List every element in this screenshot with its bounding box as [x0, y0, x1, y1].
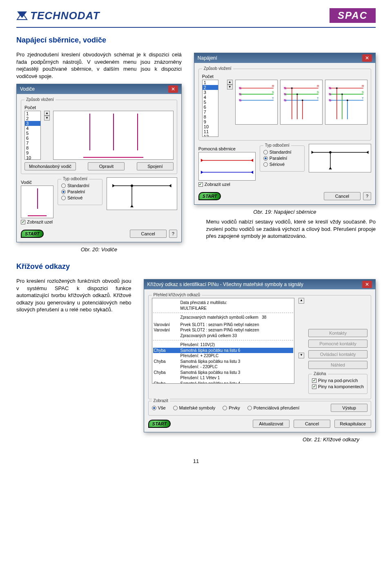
count-option[interactable]: 9: [203, 119, 218, 124]
count-option[interactable]: 2: [25, 116, 40, 121]
ovladaci-kontakty-button[interactable]: Ovládací kontakty: [308, 350, 368, 358]
spin-up-button[interactable]: ▲: [227, 80, 233, 85]
close-icon[interactable]: ✕: [362, 281, 372, 288]
count-listbox[interactable]: 123456789101112: [202, 80, 218, 137]
svg-text:R: R: [362, 84, 364, 88]
dialog-krizovy-title: Křížový odkaz s identifikací PINu - Všec…: [147, 282, 303, 287]
spin-down-button[interactable]: ▼: [44, 116, 50, 121]
count-option[interactable]: 12: [203, 134, 218, 137]
vodic-label: Vodič: [21, 180, 53, 185]
report-listbox[interactable]: Data převzatá z multilistu: MULTIFILARE …: [152, 298, 294, 384]
cancel-button[interactable]: Cancel: [294, 420, 330, 428]
scroll-up-button[interactable]: ▲: [298, 298, 304, 304]
count-option[interactable]: 6: [203, 105, 218, 110]
spin-up-button[interactable]: ▲: [44, 111, 50, 116]
show-radio-vše[interactable]: Vše: [152, 405, 166, 410]
scroll-down-button[interactable]: ▼: [298, 353, 304, 358]
para-krizove: Pro kreslení rozložených funkčních obvod…: [16, 277, 131, 313]
svg-point-34: [291, 87, 293, 89]
branch-type-label: Typ odbočení: [263, 143, 291, 148]
svg-marker-61: [251, 159, 253, 162]
svg-marker-6: [169, 184, 172, 188]
count-option[interactable]: 8: [25, 145, 40, 150]
kontakty-button[interactable]: Kontakty: [308, 329, 368, 337]
show-radio-mateřské-symboly[interactable]: Mateřské symboly: [173, 405, 216, 410]
count-option[interactable]: 4: [203, 95, 218, 100]
close-icon[interactable]: ✕: [362, 54, 372, 62]
show-radio-potenciálová-přerušení[interactable]: Potenciálová přerušení: [247, 405, 300, 410]
svg-text:S: S: [362, 90, 364, 94]
report-row[interactable]: ChybaSamotná šipka počátku na listu 3: [153, 370, 293, 376]
report-row[interactable]: ChybaSamotná šipka počátku na listu 4: [153, 381, 293, 384]
show-node-checkbox[interactable]: [21, 220, 25, 224]
count-option[interactable]: 11: [203, 129, 218, 134]
piny-komponenty-checkbox[interactable]: [312, 385, 316, 389]
edit-button[interactable]: Opravit: [88, 162, 125, 170]
start-button[interactable]: START: [148, 420, 171, 428]
radio-sériové[interactable]: Sériové: [61, 195, 99, 200]
multi-conductor-button[interactable]: Mnohonásobný vodič: [24, 162, 76, 170]
brand-icon: [16, 11, 28, 20]
aktualizovat-button[interactable]: Aktualizovat: [253, 420, 290, 428]
radio-sériové[interactable]: Sériové: [263, 162, 301, 167]
cancel-button[interactable]: Cancel: [130, 230, 167, 238]
nahled-button[interactable]: Náhled: [308, 361, 368, 369]
heading-krizove: Křížové odkazy: [16, 262, 376, 271]
count-option[interactable]: 6: [25, 136, 40, 141]
help-button[interactable]: ?: [363, 192, 371, 200]
svg-text:T: T: [362, 96, 364, 100]
svg-marker-67: [329, 167, 332, 170]
count-option[interactable]: 5: [203, 100, 218, 105]
svg-text:T: T: [272, 96, 274, 100]
radio-standardní[interactable]: Standardní: [263, 150, 301, 154]
report-row[interactable]: Přerušení: - 220PLC: [153, 364, 293, 370]
show-node-label: Zobrazit uzel: [27, 219, 53, 224]
aux-bus-preview: [198, 152, 256, 181]
count-option[interactable]: 7: [203, 110, 218, 114]
caption-obr20: Obr. 20: Vodiče: [16, 246, 182, 253]
radio-standardní[interactable]: Standardní: [61, 183, 99, 188]
group-layout-label: Způsob vložení: [202, 66, 233, 71]
count-option[interactable]: 1: [203, 80, 218, 85]
report-row[interactable]: Přerušení: 110V(2): [153, 342, 293, 348]
backup-group-label: Záloha: [312, 371, 328, 376]
pomocne-kontakty-button[interactable]: Pomocné kontakty: [308, 340, 368, 348]
spac-badge: SPAC: [330, 8, 376, 23]
radio-dot-icon: [61, 190, 66, 194]
spin-down-button[interactable]: ▼: [227, 85, 233, 89]
preview-conductors: [53, 111, 174, 160]
count-option[interactable]: 8: [203, 114, 218, 119]
count-option[interactable]: 1: [25, 111, 40, 116]
report-row[interactable]: ChybaSamotná šipka počátku na listu 3: [153, 359, 293, 365]
rekapitulace-button[interactable]: Rekapitulace: [334, 420, 371, 428]
group-overview-label: Přehled křížových odkazů: [152, 293, 202, 297]
report-row[interactable]: Přerušení: L1 Větev 1: [153, 375, 293, 381]
count-option[interactable]: 3: [25, 121, 40, 126]
start-button[interactable]: START: [198, 192, 221, 200]
count-option[interactable]: 3: [203, 90, 218, 95]
vystup-button[interactable]: Výstup: [331, 404, 368, 412]
dialog-napajeni: Napájení ✕ Způsob vložení Počet 12345678…: [194, 53, 376, 205]
count-listbox[interactable]: 123456789101112: [24, 111, 41, 160]
merge-button[interactable]: Spojení: [137, 162, 174, 170]
para-menu-vodicu: Menu vodičů nabízí sestavy vodičů, které…: [206, 218, 376, 240]
cancel-button[interactable]: Cancel: [324, 192, 361, 200]
count-option[interactable]: 7: [25, 141, 40, 145]
count-option[interactable]: 9: [25, 150, 40, 155]
piny-podprvky-checkbox[interactable]: [312, 378, 316, 383]
count-option[interactable]: 2: [203, 85, 218, 90]
start-button[interactable]: START: [21, 230, 44, 238]
radio-paralelní[interactable]: Paralelní: [61, 189, 99, 194]
radio-paralelní[interactable]: Paralelní: [263, 156, 301, 161]
count-option[interactable]: 10: [203, 124, 218, 129]
help-button[interactable]: ?: [169, 230, 177, 238]
count-option[interactable]: 5: [25, 131, 40, 136]
show-radio-prvky[interactable]: Prvky: [223, 405, 240, 410]
close-icon[interactable]: ✕: [168, 85, 178, 93]
show-node-checkbox[interactable]: [198, 182, 203, 187]
bus-preview: RST: [325, 80, 368, 125]
count-option[interactable]: 10: [25, 155, 40, 160]
report-row[interactable]: Přerušení: + 220PLC: [153, 353, 293, 359]
count-option[interactable]: 4: [25, 126, 40, 131]
report-row[interactable]: ChybaSamotná šipka počátku na listu 6: [153, 348, 293, 353]
